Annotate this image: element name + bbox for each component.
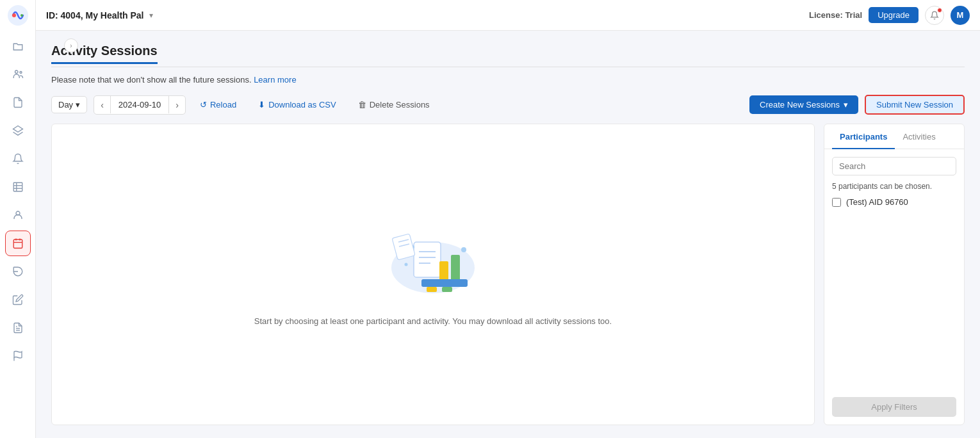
topbar-left: ID: 4004, My Health Pal ▾ xyxy=(46,10,153,20)
sidebar-toggle[interactable]: › xyxy=(64,38,78,53)
body-split: Start by choosing at least one participa… xyxy=(51,124,965,425)
sidebar-item-report[interactable] xyxy=(5,315,31,341)
day-label: Day xyxy=(58,100,73,110)
apply-filters-button[interactable]: Apply Filters xyxy=(832,397,956,417)
license-type: Trial xyxy=(845,10,862,20)
reload-icon: ↻ xyxy=(200,100,207,110)
sidebar-item-folder[interactable] xyxy=(5,33,31,59)
svg-marker-5 xyxy=(13,126,22,133)
page-title-row: Activity Sessions xyxy=(51,44,965,64)
svg-point-1 xyxy=(12,13,16,17)
main-area: › ID: 4004, My Health Pal ▾ License: Tri… xyxy=(36,0,980,438)
participant-checkbox[interactable] xyxy=(832,198,841,207)
avatar[interactable]: M xyxy=(951,6,970,25)
main-panel: Start by choosing at least one participa… xyxy=(51,124,815,425)
learn-more-link[interactable]: Learn more xyxy=(254,75,296,85)
notification-button[interactable] xyxy=(925,6,944,25)
sidebar xyxy=(0,0,36,438)
sidebar-item-calendar[interactable] xyxy=(5,231,31,256)
search-input[interactable] xyxy=(832,157,956,175)
create-chevron-icon: ▾ xyxy=(844,100,848,110)
svg-point-31 xyxy=(405,263,408,266)
toolbar: Day ▾ ‹ 2024-09-10 › ↻ Reload ⬇ Download… xyxy=(51,95,965,115)
sidebar-item-users[interactable] xyxy=(5,202,31,228)
svg-rect-26 xyxy=(421,279,468,287)
svg-point-2 xyxy=(20,14,23,17)
download-icon: ⬇ xyxy=(258,100,265,110)
sidebar-item-people[interactable] xyxy=(5,61,31,87)
date-next-button[interactable]: › xyxy=(169,96,185,114)
delete-sessions-button[interactable]: 🗑 Delete Sessions xyxy=(350,96,437,113)
notice-text: Please note that we don't show all the f… xyxy=(51,75,965,85)
right-panel: Participants Activities 5 participants c… xyxy=(824,124,965,425)
download-csv-button[interactable]: ⬇ Download as CSV xyxy=(250,96,344,113)
sidebar-item-history[interactable] xyxy=(5,259,31,284)
svg-rect-32 xyxy=(392,234,415,260)
delete-label: Delete Sessions xyxy=(370,100,430,110)
day-chevron-icon: ▾ xyxy=(76,100,80,110)
project-chevron-icon[interactable]: ▾ xyxy=(149,11,153,20)
svg-rect-28 xyxy=(442,287,452,292)
empty-illustration xyxy=(375,223,491,306)
project-title[interactable]: ID: 4004, My Health Pal xyxy=(46,10,144,20)
create-new-sessions-button[interactable]: Create New Sessions ▾ xyxy=(749,95,858,114)
svg-rect-20 xyxy=(414,242,441,277)
participant-label: (Test) AID 96760 xyxy=(846,197,908,207)
upgrade-button[interactable]: Upgrade xyxy=(869,7,919,23)
date-value: 2024-09-10 xyxy=(110,96,170,113)
title-divider xyxy=(51,67,965,67)
download-label: Download as CSV xyxy=(268,100,336,110)
topbar-right: License: Trial Upgrade M xyxy=(809,6,970,25)
list-item: (Test) AID 96760 xyxy=(832,197,956,207)
content-area: Activity Sessions Please note that we do… xyxy=(36,31,980,438)
sidebar-item-flag[interactable] xyxy=(5,343,31,369)
empty-state-text: Start by choosing at least one participa… xyxy=(254,316,612,326)
svg-rect-11 xyxy=(13,239,22,248)
right-panel-tabs: Participants Activities xyxy=(824,124,964,149)
reload-label: Reload xyxy=(210,100,236,110)
submit-new-session-button[interactable]: Submit New Session xyxy=(865,95,965,115)
sidebar-item-bell[interactable] xyxy=(5,146,31,172)
create-label: Create New Sessions xyxy=(760,100,840,110)
date-navigator: ‹ 2024-09-10 › xyxy=(94,95,186,115)
reload-button[interactable]: ↻ Reload xyxy=(192,96,244,113)
sidebar-item-edit[interactable] xyxy=(5,287,31,312)
app-logo[interactable] xyxy=(8,5,28,26)
sidebar-item-layers[interactable] xyxy=(5,118,31,143)
topbar: ID: 4004, My Health Pal ▾ License: Trial… xyxy=(36,0,980,31)
right-panel-body: 5 participants can be chosen. (Test) AID… xyxy=(824,149,964,397)
svg-rect-6 xyxy=(13,182,22,191)
svg-rect-27 xyxy=(427,287,437,292)
day-select[interactable]: Day ▾ xyxy=(51,96,87,113)
date-prev-button[interactable]: ‹ xyxy=(94,96,110,114)
tab-participants[interactable]: Participants xyxy=(832,124,895,149)
license-text: License: Trial xyxy=(809,10,862,20)
svg-point-3 xyxy=(15,70,18,74)
sidebar-item-document[interactable] xyxy=(5,90,31,115)
tab-activities[interactable]: Activities xyxy=(895,124,943,149)
sidebar-item-table[interactable] xyxy=(5,174,31,200)
delete-icon: 🗑 xyxy=(358,100,366,110)
submit-label: Submit New Session xyxy=(876,100,953,110)
participants-count: 5 participants can be chosen. xyxy=(832,182,956,191)
notification-dot xyxy=(937,8,942,13)
svg-point-30 xyxy=(461,247,466,252)
svg-point-4 xyxy=(20,72,22,74)
